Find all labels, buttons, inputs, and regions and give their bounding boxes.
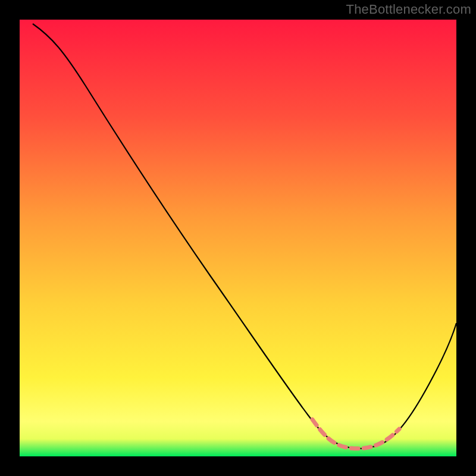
chart-container: TheBottlenecker.com bbox=[0, 0, 476, 476]
watermark-text: TheBottlenecker.com bbox=[346, 2, 471, 17]
plot-area bbox=[20, 20, 456, 456]
chart-svg bbox=[20, 20, 456, 456]
